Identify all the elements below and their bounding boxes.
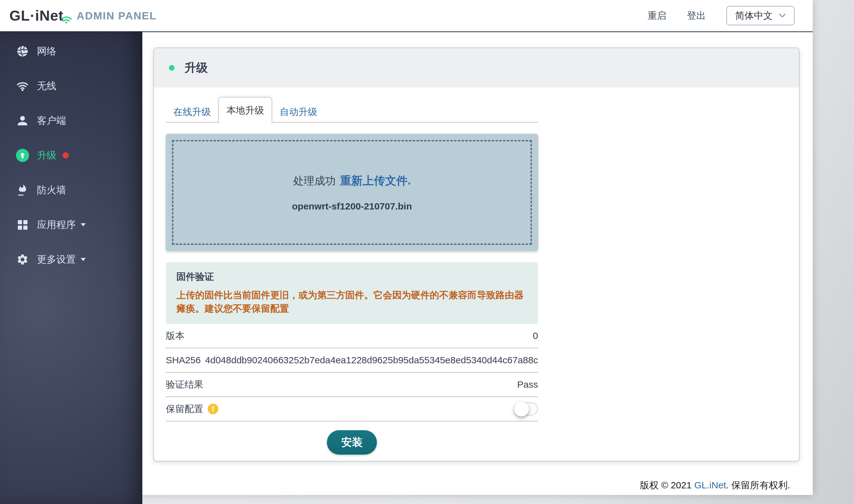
verification-title: 固件验证: [176, 270, 528, 283]
install-button-row: 安装: [166, 430, 538, 455]
table-row-keep-config: 保留配置 !: [166, 397, 538, 421]
sidebar-item-clients[interactable]: 客户端: [0, 103, 142, 138]
sidebar-item-wireless[interactable]: 无线: [0, 69, 142, 103]
keep-config-toggle[interactable]: [514, 402, 538, 415]
logo-text: GL·iNet: [10, 7, 64, 24]
wifi-icon: [16, 79, 30, 93]
sha256-label: SHA256: [166, 355, 201, 365]
page-title: 升级: [184, 60, 208, 76]
upgrade-card: 升级 在线升级 本地升级 自动升级 处理成功重新上传文件. openwrt-sf…: [153, 48, 800, 462]
copyright-suffix: . 保留所有权利.: [726, 480, 790, 490]
upgrade-icon: [16, 148, 30, 162]
logout-button[interactable]: 登出: [687, 10, 706, 22]
uploaded-filename: openwrt-sf1200-210707.bin: [292, 201, 412, 212]
language-selector[interactable]: 简体中文: [726, 6, 795, 25]
version-value: 0: [533, 330, 538, 341]
apps-icon: [16, 218, 30, 232]
reboot-button[interactable]: 重启: [647, 10, 666, 22]
upload-status-line: 处理成功重新上传文件.: [293, 173, 411, 188]
toggle-knob: [514, 401, 529, 416]
language-selected-value: 简体中文: [735, 10, 773, 22]
install-button[interactable]: 安装: [327, 430, 377, 455]
notification-dot-icon: [63, 152, 69, 159]
sidebar-item-label: 应用程序: [37, 218, 76, 231]
keep-config-label-wrap: 保留配置 !: [166, 403, 218, 415]
sha256-value: 4d048ddb90240663252b7eda4ea1228d9625b95d…: [205, 355, 538, 365]
admin-panel-page: { "topbar": { "logo": "GL·iNet", "title"…: [0, 0, 854, 504]
table-row-sha256: SHA256 4d048ddb90240663252b7eda4ea1228d9…: [166, 348, 538, 373]
keep-config-label: 保留配置: [166, 403, 203, 415]
firmware-details-table: 版本 0 SHA256 4d048ddb90240663252b7eda4ea1…: [166, 324, 538, 421]
sidebar-item-firewall[interactable]: 防火墙: [0, 173, 142, 207]
footer-copyright: 版权 © 2021 GL.iNet. 保留所有权利.: [640, 479, 790, 492]
caret-down-icon: [81, 258, 86, 261]
globe-icon: [16, 44, 30, 58]
sidebar-nav: 网络 无线 客户端 升级: [0, 31, 142, 504]
sidebar-item-label: 升级: [37, 149, 56, 162]
card-body: 在线升级 本地升级 自动升级 处理成功重新上传文件. openwrt-sf120…: [154, 88, 799, 455]
verification-warning-text: 上传的固件比当前固件更旧，或为第三方固件。它会因为硬件的不兼容而导致路由器瘫痪。…: [176, 288, 528, 315]
chevron-down-icon: [779, 14, 786, 18]
dropzone-dashed-border: 处理成功重新上传文件. openwrt-sf1200-210707.bin: [172, 140, 532, 245]
sidebar-item-label: 客户端: [37, 114, 66, 127]
upgrade-tabs: 在线升级 本地升级 自动升级: [166, 97, 538, 123]
sidebar-item-network[interactable]: 网络: [0, 34, 142, 69]
card-header: 升级: [154, 48, 799, 88]
table-row-verify-result: 验证结果 Pass: [166, 373, 538, 397]
admin-panel-title: ADMIN PANEL: [77, 10, 157, 22]
verify-result-value: Pass: [517, 379, 538, 390]
caret-down-icon: [81, 223, 86, 227]
tab-online-upgrade[interactable]: 在线升级: [166, 102, 218, 122]
warning-exclamation-icon: !: [208, 403, 218, 414]
gl-inet-logo: GL·iNet: [10, 7, 64, 24]
sidebar-item-label: 更多设置: [37, 253, 76, 266]
reupload-link[interactable]: 重新上传文件.: [340, 174, 411, 187]
tab-local-upgrade[interactable]: 本地升级: [218, 97, 272, 123]
wifi-arcs-icon: [61, 16, 72, 23]
upload-status-text: 处理成功: [293, 175, 336, 187]
sidebar-item-label: 无线: [37, 79, 56, 92]
firmware-dropzone[interactable]: 处理成功重新上传文件. openwrt-sf1200-210707.bin: [166, 134, 538, 251]
sidebar-item-more-settings[interactable]: 更多设置: [0, 242, 142, 277]
sidebar-item-label: 防火墙: [37, 183, 66, 197]
topbar: GL·iNet ADMIN PANEL 重启 登出 简体中文: [0, 0, 813, 32]
topbar-actions: 重启 登出 简体中文: [627, 6, 803, 25]
gear-icon: [16, 253, 30, 266]
user-icon: [16, 114, 30, 128]
version-label: 版本: [166, 329, 184, 342]
footer-brand-link[interactable]: GL.iNet: [694, 480, 726, 490]
verify-result-label: 验证结果: [166, 378, 203, 391]
copyright-prefix: 版权 © 2021: [640, 480, 694, 490]
firmware-verification-box: 固件验证 上传的固件比当前固件更旧，或为第三方固件。它会因为硬件的不兼容而导致路…: [166, 262, 538, 324]
tab-auto-upgrade[interactable]: 自动升级: [272, 102, 325, 122]
sidebar-item-label: 网络: [37, 45, 56, 58]
sidebar-item-upgrade[interactable]: 升级: [0, 138, 142, 173]
upgrade-circle-icon: [16, 149, 29, 162]
status-dot-icon: [169, 65, 175, 71]
table-row-version: 版本 0: [166, 324, 538, 348]
firewall-icon: [16, 183, 30, 197]
sidebar-item-applications[interactable]: 应用程序: [0, 207, 142, 242]
